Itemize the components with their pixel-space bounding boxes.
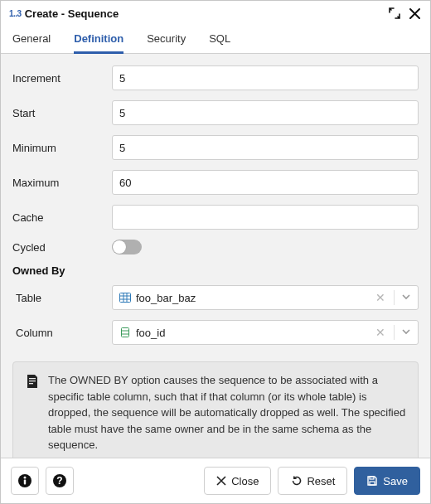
reset-button-label: Reset [307,475,335,487]
minimum-input[interactable] [112,135,419,160]
svg-rect-0 [120,293,131,303]
svg-rect-13 [24,480,26,485]
start-input[interactable] [112,100,419,125]
close-icon[interactable] [407,6,422,21]
svg-rect-8 [29,378,36,379]
save-button-label: Save [383,475,408,487]
tab-bar: General Definition Security SQL [1,24,430,54]
info-button[interactable] [11,467,39,495]
tab-general[interactable]: General [12,24,51,53]
svg-text:?: ? [56,475,62,487]
tab-security[interactable]: Security [147,24,186,53]
maximum-input[interactable] [112,170,419,195]
label-cache: Cache [12,211,112,224]
svg-rect-10 [29,383,33,384]
column-select-value: foo_id [136,327,367,339]
close-button-label: Close [231,475,259,487]
label-increment: Increment [12,72,112,85]
save-icon [366,475,378,487]
sequence-icon: 1..3 [9,9,22,18]
close-icon [216,476,226,486]
form-body: Increment Start Minimum Maximum Cache [1,54,430,458]
table-select[interactable]: foo_bar_baz ✕ [112,285,419,310]
chevron-down-icon[interactable] [400,292,413,304]
owned-by-heading: Owned By [12,264,419,277]
label-column: Column [12,327,112,339]
column-select[interactable]: foo_id ✕ [112,320,419,345]
svg-rect-17 [370,482,375,485]
reset-button[interactable]: Reset [278,467,347,495]
save-button[interactable]: Save [354,467,420,495]
titlebar: 1..3 Create - Sequence [1,1,430,24]
svg-rect-5 [122,328,129,337]
svg-rect-9 [29,380,36,381]
cache-input[interactable] [112,205,419,230]
help-button[interactable]: ? [46,467,74,495]
label-maximum: Maximum [12,177,112,189]
table-select-value: foo_bar_baz [136,292,367,304]
label-table: Table [12,292,112,304]
tab-sql[interactable]: SQL [209,24,230,53]
clear-icon[interactable]: ✕ [372,291,389,304]
expand-icon[interactable] [387,6,402,21]
label-minimum: Minimum [12,142,112,154]
reset-icon [290,475,302,487]
increment-input[interactable] [112,65,419,90]
clear-icon[interactable]: ✕ [372,326,389,339]
label-start: Start [12,107,112,119]
column-icon [119,327,131,338]
cycled-toggle[interactable] [112,240,142,254]
table-icon [119,292,131,303]
dialog-title: Create - Sequence [25,7,119,20]
chevron-down-icon[interactable] [400,327,413,339]
footer: ? Close Reset Save [1,458,430,503]
dialog: 1..3 Create - Sequence General Definitio… [0,0,431,504]
svg-rect-16 [370,477,374,479]
tab-definition[interactable]: Definition [74,24,123,54]
close-button[interactable]: Close [204,467,271,495]
svg-point-12 [24,477,27,479]
info-text: The OWNED BY option causes the sequence … [48,372,406,453]
info-box: The OWNED BY option causes the sequence … [12,361,419,458]
label-cycled: Cycled [12,241,112,254]
note-icon [25,374,40,389]
